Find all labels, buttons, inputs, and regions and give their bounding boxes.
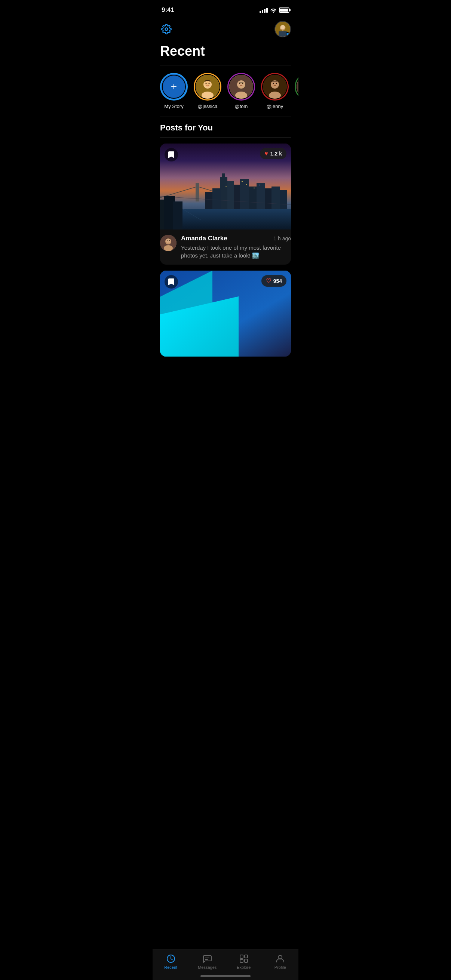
story-item-james[interactable]: @james: [295, 73, 298, 109]
posts-section: Posts for You: [153, 117, 298, 356]
story-item-jenny[interactable]: @jenny: [261, 73, 289, 109]
posts-divider: [160, 137, 291, 138]
jessica-ring: [194, 73, 222, 100]
svg-point-61: [164, 245, 173, 251]
jenny-ring: [261, 73, 289, 100]
battery-icon: [279, 8, 290, 13]
like-badge-2[interactable]: ♡ 954: [261, 275, 287, 287]
stories-section: + My Story: [153, 65, 298, 117]
post-card-2: ♡ 954: [160, 270, 291, 356]
svg-rect-51: [246, 184, 247, 185]
post-card-1: ♥ 1.2 k Amanda Clarke: [160, 143, 291, 265]
online-indicator: [286, 32, 290, 36]
svg-point-25: [276, 83, 277, 84]
svg-point-11: [206, 83, 207, 84]
story-name-jessica: @jessica: [198, 103, 218, 109]
post-image-city[interactable]: ♥ 1.2 k: [160, 143, 291, 229]
svg-rect-46: [271, 186, 280, 209]
post-caption-1: Yesterday I took one of my most favorite…: [181, 244, 291, 259]
story-name-tom: @tom: [235, 103, 248, 109]
like-count-2: 954: [273, 278, 282, 284]
heart-outline-icon: ♡: [266, 277, 271, 285]
tom-avatar: [229, 75, 253, 99]
story-name-jenny: @jenny: [267, 103, 283, 109]
status-time: 9:41: [161, 6, 174, 14]
story-item-jessica[interactable]: @jessica: [194, 73, 222, 109]
post-avatar-amanda[interactable]: [160, 235, 177, 251]
svg-point-24: [273, 83, 274, 84]
svg-rect-48: [212, 188, 221, 209]
svg-rect-54: [225, 186, 226, 187]
story-name-my-story: My Story: [164, 103, 183, 109]
post-user-details-1: Amanda Clarke 1 h ago Yesterday I took o…: [181, 235, 291, 259]
svg-rect-42: [240, 179, 249, 209]
plus-icon: +: [171, 81, 177, 92]
svg-rect-38: [220, 177, 227, 209]
svg-rect-50: [242, 181, 243, 181]
bookmark-icon-2: [168, 278, 175, 286]
svg-rect-52: [253, 188, 255, 188]
wifi-icon: [270, 8, 277, 13]
posts-section-title: Posts for You: [153, 117, 298, 137]
gear-icon: [161, 24, 172, 34]
post-time-1: 1 h ago: [273, 235, 291, 242]
my-story-ring: +: [160, 73, 188, 100]
svg-rect-53: [259, 185, 260, 185]
bookmark-button-2[interactable]: [164, 275, 178, 288]
svg-rect-45: [265, 188, 271, 209]
svg-point-12: [209, 83, 210, 84]
svg-rect-58: [173, 202, 183, 229]
post-user-row-1: Amanda Clarke 1 h ago: [181, 235, 291, 242]
svg-rect-19: [239, 82, 244, 83]
like-badge-1[interactable]: ♥ 1.2 k: [260, 148, 287, 159]
svg-rect-39: [222, 173, 225, 178]
settings-button[interactable]: [160, 23, 173, 35]
app-header: [153, 18, 298, 40]
james-avatar: [296, 75, 298, 99]
svg-point-26: [296, 75, 298, 99]
svg-rect-43: [249, 186, 257, 209]
status-bar: 9:41: [153, 0, 298, 18]
jessica-avatar: [196, 75, 220, 99]
svg-rect-41: [234, 185, 240, 209]
story-item-my-story[interactable]: + My Story: [160, 73, 188, 109]
svg-rect-40: [227, 181, 234, 209]
signal-bars-icon: [260, 8, 268, 13]
status-icons: [260, 8, 290, 13]
page-title: Recent: [153, 40, 298, 65]
james-ring: [295, 73, 298, 100]
stories-list: + My Story: [153, 73, 298, 109]
svg-rect-44: [257, 183, 265, 209]
tom-ring: [227, 73, 255, 100]
post-image-abstract[interactable]: ♡ 954: [160, 270, 291, 356]
bookmark-button-1[interactable]: [164, 148, 178, 161]
story-item-tom[interactable]: @tom: [227, 73, 255, 109]
svg-rect-47: [280, 190, 287, 209]
bookmark-icon: [168, 151, 175, 159]
post-username-1: Amanda Clarke: [181, 235, 227, 242]
heart-filled-icon: ♥: [265, 150, 268, 157]
svg-point-63: [167, 240, 167, 241]
my-story-add-button: +: [162, 75, 186, 99]
like-count-1: 1.2 k: [270, 151, 282, 157]
jenny-avatar: [263, 75, 287, 99]
post-info-1: Amanda Clarke 1 h ago Yesterday I took o…: [160, 229, 291, 265]
svg-rect-49: [205, 192, 212, 209]
svg-point-64: [169, 240, 170, 241]
svg-point-6: [281, 25, 285, 29]
header-avatar[interactable]: [274, 21, 291, 37]
svg-point-0: [165, 28, 168, 31]
